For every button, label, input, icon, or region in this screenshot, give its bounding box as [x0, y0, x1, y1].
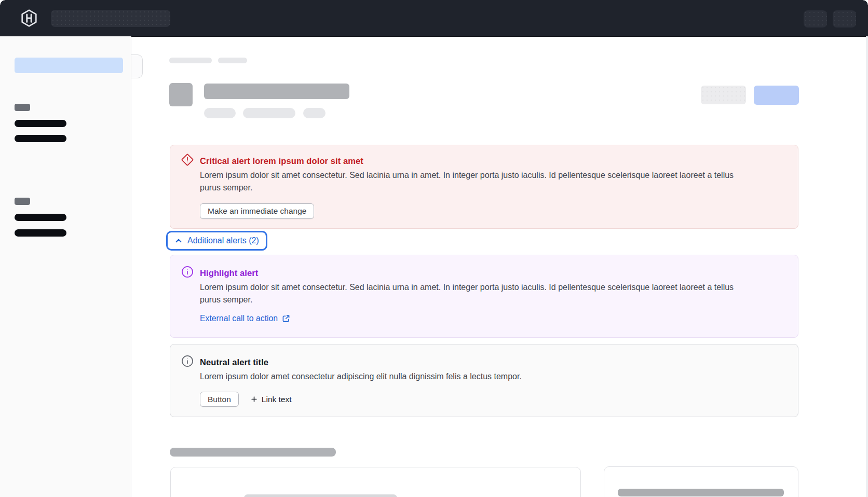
- page-tag-placeholder: [243, 108, 295, 118]
- neutral-button[interactable]: Button: [200, 392, 239, 407]
- header-primary-button-placeholder[interactable]: [754, 86, 799, 105]
- sidebar-nav-item-placeholder[interactable]: [15, 120, 66, 127]
- sidebar-active-item-placeholder[interactable]: [15, 58, 123, 73]
- neutral-alert-body: Lorem ipsum dolor amet consectetur adipi…: [200, 370, 754, 383]
- alert-diamond-icon: [181, 154, 194, 166]
- external-cta-link[interactable]: External call to action: [200, 314, 290, 323]
- highlight-alert: Highlight alert Lorem ipsum dolor sit am…: [170, 255, 798, 338]
- topbar-user-button-placeholder[interactable]: [833, 10, 856, 27]
- neutral-alert: Neutral alert title Lorem ipsum dolor am…: [170, 344, 798, 417]
- search-input-placeholder[interactable]: [51, 10, 170, 27]
- card-content-placeholder: [244, 494, 397, 497]
- page-icon-placeholder: [169, 83, 193, 106]
- external-link-icon: [282, 314, 290, 323]
- topbar: [0, 0, 868, 37]
- info-circle-icon: [181, 266, 194, 278]
- critical-alert-title: Critical alert lorem ipsum dolor sit ame…: [200, 155, 777, 167]
- hashicorp-logo-icon: [20, 9, 38, 27]
- neutral-alert-actions: Button Link text: [200, 392, 777, 407]
- external-cta-label: External call to action: [200, 314, 278, 323]
- neutral-alert-title: Neutral alert title: [200, 356, 777, 368]
- neutral-link[interactable]: Link text: [250, 395, 292, 404]
- breadcrumb-item-placeholder[interactable]: [169, 58, 212, 63]
- sidebar-section-label-placeholder: [15, 104, 30, 111]
- page-tag-placeholder: [204, 108, 236, 118]
- content-card: [170, 467, 581, 497]
- info-circle-icon: [181, 355, 194, 367]
- sidebar-section-label-placeholder: [15, 198, 30, 205]
- additional-alerts-toggle[interactable]: Additional alerts (2): [166, 231, 267, 251]
- sidebar-nav-item-placeholder[interactable]: [15, 229, 66, 237]
- neutral-link-label: Link text: [262, 395, 292, 404]
- section-title-placeholder: [170, 448, 336, 457]
- critical-alert-body: Lorem ipsum dolor sit amet consectetur. …: [200, 169, 754, 194]
- highlight-alert-body: Lorem ipsum dolor sit amet consectetur. …: [200, 281, 754, 306]
- page-tag-placeholder: [303, 108, 326, 118]
- window-right-edge: [866, 36, 868, 497]
- critical-alert: Critical alert lorem ipsum dolor sit ame…: [170, 145, 798, 229]
- sidebar-collapse-handle[interactable]: [131, 54, 143, 78]
- app-window: Critical alert lorem ipsum dolor sit ame…: [0, 0, 868, 497]
- additional-alerts-label: Additional alerts (2): [187, 236, 259, 245]
- sidebar-nav-item-placeholder[interactable]: [15, 135, 66, 142]
- page-title-placeholder: [204, 84, 349, 99]
- card-content-placeholder: [618, 489, 784, 496]
- breadcrumb-item-placeholder[interactable]: [218, 58, 247, 63]
- header-secondary-button-placeholder[interactable]: [701, 86, 746, 104]
- chevron-up-icon: [174, 237, 183, 245]
- highlight-alert-title: Highlight alert: [200, 267, 777, 279]
- topbar-help-button-placeholder[interactable]: [804, 10, 827, 27]
- sidebar-nav-item-placeholder[interactable]: [15, 214, 66, 221]
- plus-icon: [250, 395, 258, 403]
- immediate-change-button[interactable]: Make an immediate change: [200, 203, 314, 219]
